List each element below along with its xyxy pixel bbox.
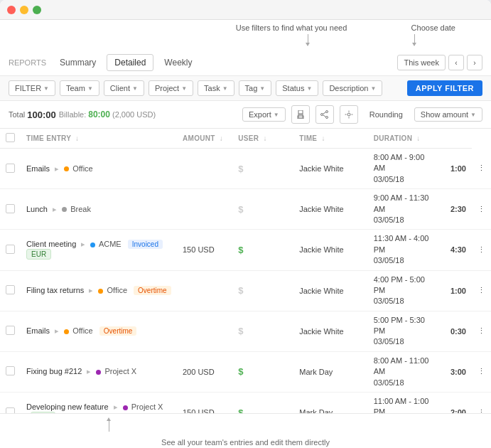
print-button[interactable] xyxy=(291,105,310,124)
filter-tag-arrow: ▼ xyxy=(259,85,265,92)
export-button[interactable]: Export ▼ xyxy=(242,107,286,122)
duration-cell: 1:00 xyxy=(437,270,472,311)
filter-main[interactable]: FILTER ▼ xyxy=(9,80,55,96)
time-date: 03/05/18 xyxy=(374,215,431,225)
row-checkbox[interactable] xyxy=(6,326,15,335)
time-date: 03/05/18 xyxy=(374,378,431,388)
dollar-icon-cell: $ xyxy=(232,351,293,392)
table-body: Emails ▸ Office $Jackie White8:00 AM - 9… xyxy=(0,149,491,414)
time-date: 03/05/18 xyxy=(374,255,431,266)
filter-description[interactable]: Description ▼ xyxy=(323,80,382,96)
apply-filter-button[interactable]: APPLY FILTER xyxy=(407,80,482,96)
date-this-week[interactable]: This week xyxy=(397,55,446,70)
header-duration[interactable]: DURATION ↓ xyxy=(368,129,437,149)
amount-cell: 200 USD xyxy=(177,351,232,392)
amount-cell xyxy=(177,189,232,230)
settings-button[interactable] xyxy=(340,105,358,124)
entry-tag-dot xyxy=(64,166,69,171)
entry-tag-dot xyxy=(96,370,101,375)
select-all-checkbox[interactable] xyxy=(6,133,15,142)
more-menu-button[interactable]: ⋮ xyxy=(472,189,491,230)
dollar-icon-cell: $ xyxy=(232,189,293,230)
filter-team-arrow: ▼ xyxy=(87,85,93,92)
header-time[interactable]: TIME ↓ xyxy=(293,129,367,149)
tab-summary[interactable]: Summary xyxy=(52,54,104,71)
date-prev[interactable]: ‹ xyxy=(448,55,464,70)
entry-name: Filing tax returns xyxy=(26,286,84,294)
more-icon: ⋮ xyxy=(477,408,485,413)
header-user[interactable]: USER ↓ xyxy=(232,129,293,149)
duration-cell: 4:30 xyxy=(437,230,472,270)
table-row: Emails ▸ Office Overtime $Jackie White5:… xyxy=(0,311,491,351)
filter-project[interactable]: Project ▼ xyxy=(149,80,193,96)
badge-overtime: Overtime xyxy=(134,286,171,295)
filter-bar: FILTER ▼ Team ▼ Client ▼ Project ▼ Task … xyxy=(0,76,491,101)
tab-weekly[interactable]: Weekly xyxy=(156,54,200,71)
dollar-icon: $ xyxy=(238,285,243,296)
select-all-header[interactable] xyxy=(0,129,21,149)
sort-arrow-duration: ↓ xyxy=(416,134,420,142)
user-cell: Mark Day xyxy=(293,351,367,392)
filter-team[interactable]: Team ▼ xyxy=(60,80,99,96)
row-checkbox[interactable] xyxy=(6,407,15,413)
duration-cell: 2:00 xyxy=(437,393,472,413)
entry-tag: Project X xyxy=(104,367,136,375)
more-menu-button[interactable]: ⋮ xyxy=(472,393,491,413)
time-cell: 11:30 AM - 4:00 PM03/05/18 xyxy=(368,230,437,270)
entry-tag: Break xyxy=(70,205,91,213)
time-range: 9:00 AM - 11:30 AM xyxy=(374,193,431,215)
time-range: 8:00 AM - 9:00 AM xyxy=(374,152,431,174)
amount-cell xyxy=(177,311,232,351)
more-menu-button[interactable]: ⋮ xyxy=(472,230,491,270)
svg-line-6 xyxy=(323,112,325,114)
duration-cell: 2:30 xyxy=(437,189,472,230)
close-button[interactable] xyxy=(7,6,16,14)
dollar-icon-cell: $ xyxy=(232,230,293,270)
titlebar xyxy=(0,0,491,20)
filter-status[interactable]: Status ▼ xyxy=(276,80,318,96)
reports-label: REPORTS xyxy=(9,58,46,67)
row-checkbox[interactable] xyxy=(6,204,15,213)
more-icon: ⋮ xyxy=(477,326,485,335)
time-date: 03/05/18 xyxy=(374,296,431,306)
show-amount-button[interactable]: Show amount ▼ xyxy=(414,107,482,122)
filter-main-arrow: ▼ xyxy=(43,85,49,92)
export-arrow: ▼ xyxy=(274,112,279,118)
show-amount-label: Show amount xyxy=(421,110,468,119)
tab-detailed[interactable]: Detailed xyxy=(107,54,153,71)
more-menu-button[interactable]: ⋮ xyxy=(472,149,491,189)
filter-project-arrow: ▼ xyxy=(181,85,187,92)
filter-client[interactable]: Client ▼ xyxy=(104,80,144,96)
table-row: Developing new feature ▸ Project X EUR 1… xyxy=(0,393,491,413)
more-icon: ⋮ xyxy=(477,367,485,375)
user-cell: Jackie White xyxy=(293,149,367,189)
filter-task[interactable]: Task ▼ xyxy=(198,80,234,96)
summary-bar: Total 100:00 Billable: 80:00 (2,000 USD)… xyxy=(0,101,491,129)
minimize-button[interactable] xyxy=(20,6,28,14)
filter-status-label: Status xyxy=(282,84,304,92)
dollar-icon: $ xyxy=(238,366,243,377)
row-checkbox[interactable] xyxy=(6,245,15,254)
svg-point-3 xyxy=(325,111,328,113)
more-menu-button[interactable]: ⋮ xyxy=(472,311,491,351)
more-menu-button[interactable]: ⋮ xyxy=(472,270,491,311)
rounding-button[interactable]: Rounding xyxy=(364,108,409,121)
filter-tag[interactable]: Tag ▼ xyxy=(239,80,272,96)
row-checkbox[interactable] xyxy=(6,285,15,294)
svg-point-5 xyxy=(320,114,323,116)
share-icon xyxy=(320,110,329,119)
maximize-button[interactable] xyxy=(33,6,41,14)
dollar-icon-cell: $ xyxy=(232,311,293,351)
more-menu-button[interactable]: ⋮ xyxy=(472,351,491,392)
row-checkbox[interactable] xyxy=(6,164,15,173)
badge-overtime: Overtime xyxy=(99,326,137,336)
table-header-row: TIME ENTRY ↓ AMOUNT ↓ USER ↓ TIME ↓ xyxy=(0,129,491,149)
header-amount[interactable]: AMOUNT ↓ xyxy=(177,129,232,149)
share-button[interactable] xyxy=(315,105,334,124)
duration-cell: 3:00 xyxy=(437,351,472,392)
row-checkbox[interactable] xyxy=(6,366,15,375)
choose-date-annotation: Choose date xyxy=(411,23,455,32)
total-value: 100:00 xyxy=(27,110,55,120)
header-time-entry[interactable]: TIME ENTRY ↓ xyxy=(21,129,177,149)
date-next[interactable]: › xyxy=(467,55,482,70)
